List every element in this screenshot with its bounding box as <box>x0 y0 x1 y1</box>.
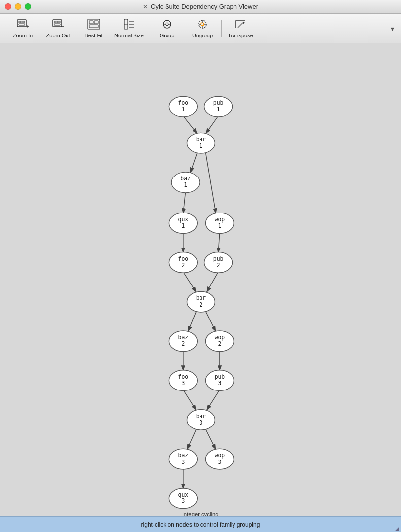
svg-text:2: 2 <box>218 340 222 347</box>
svg-text:qux: qux <box>178 491 189 498</box>
best-fit-button[interactable]: Best Fit <box>76 15 111 42</box>
svg-text:1: 1 <box>184 181 187 188</box>
svg-text:pub: pub <box>213 255 224 262</box>
best-fit-icon <box>87 19 100 32</box>
svg-line-46 <box>183 390 197 411</box>
transpose-button[interactable]: Transpose <box>223 15 258 42</box>
svg-text:1: 1 <box>200 142 203 149</box>
window-controls[interactable] <box>5 3 31 10</box>
svg-line-37 <box>183 192 186 214</box>
svg-text:baz: baz <box>180 175 191 182</box>
svg-line-39 <box>218 233 220 253</box>
svg-text:3: 3 <box>218 459 222 465</box>
title-bar: ✕ Cylc Suite Dependency Graph Viewer <box>0 0 401 14</box>
svg-line-35 <box>190 152 197 173</box>
svg-text:wop: wop <box>215 452 225 459</box>
svg-line-43 <box>205 311 216 332</box>
close-button[interactable] <box>5 3 11 10</box>
graph-label: integer-cycling <box>182 511 218 516</box>
svg-text:baz: baz <box>178 334 189 341</box>
maximize-button[interactable] <box>25 3 31 10</box>
svg-text:pub: pub <box>215 373 225 380</box>
svg-text:2: 2 <box>181 262 185 269</box>
svg-text:qux: qux <box>178 216 189 223</box>
svg-text:foo: foo <box>178 373 189 380</box>
svg-point-20 <box>166 23 168 26</box>
svg-line-48 <box>187 429 196 450</box>
svg-rect-7 <box>57 21 60 23</box>
best-fit-label: Best Fit <box>84 33 102 38</box>
svg-text:2: 2 <box>200 301 203 308</box>
svg-text:1: 1 <box>217 106 220 113</box>
svg-text:3: 3 <box>181 497 185 504</box>
ungroup-button[interactable]: Ungroup <box>185 15 220 42</box>
svg-rect-12 <box>94 21 98 24</box>
zoom-in-icon: + <box>16 19 29 32</box>
svg-rect-13 <box>89 25 98 28</box>
svg-text:foo: foo <box>178 255 189 262</box>
svg-line-47 <box>206 390 220 411</box>
svg-line-36 <box>205 152 216 213</box>
minimize-button[interactable] <box>15 3 21 10</box>
svg-rect-2 <box>22 21 25 23</box>
svg-text:bar: bar <box>196 136 206 142</box>
group-label: Group <box>160 33 175 38</box>
resize-handle[interactable]: ◢ <box>395 526 399 531</box>
svg-text:3: 3 <box>181 459 185 465</box>
status-text: right-click on nodes to control family g… <box>6 521 395 528</box>
graph-canvas[interactable]: foo 1 pub 1 bar 1 baz 1 qux 1 wop 1 foo … <box>0 43 401 516</box>
svg-line-49 <box>205 429 216 450</box>
zoom-out-icon: − <box>52 19 65 32</box>
zoom-in-button[interactable]: + Zoom In <box>5 15 40 42</box>
normal-size-button[interactable]: Normal Size <box>111 15 147 42</box>
svg-text:3: 3 <box>200 419 203 426</box>
svg-text:1: 1 <box>181 222 185 229</box>
toolbar: + Zoom In − Zoom Out Best Fit <box>0 14 401 43</box>
svg-line-34 <box>205 116 218 134</box>
svg-text:1: 1 <box>218 222 222 229</box>
toolbar-separator-2 <box>221 20 222 37</box>
window-title: Cylc Suite Dependency Graph Viewer <box>151 3 258 10</box>
svg-rect-0 <box>17 20 26 27</box>
svg-text:baz: baz <box>178 452 189 459</box>
svg-rect-6 <box>54 21 56 23</box>
zoom-in-label: Zoom In <box>13 33 33 38</box>
group-icon <box>161 19 173 32</box>
transpose-icon <box>234 19 247 32</box>
normal-size-label: Normal Size <box>114 33 144 38</box>
transpose-label: Transpose <box>228 33 253 38</box>
svg-line-41 <box>206 272 218 292</box>
svg-text:wop: wop <box>215 334 225 341</box>
svg-text:bar: bar <box>196 413 206 420</box>
svg-rect-11 <box>89 21 93 24</box>
svg-line-33 <box>183 116 197 134</box>
svg-line-42 <box>188 311 196 332</box>
svg-text:2: 2 <box>217 262 220 269</box>
svg-text:3: 3 <box>218 380 222 387</box>
toolbar-overflow[interactable]: ▾ <box>389 23 396 35</box>
svg-rect-3 <box>19 24 25 25</box>
svg-line-40 <box>183 272 197 292</box>
normal-size-icon <box>123 19 135 32</box>
svg-text:pub: pub <box>213 99 224 106</box>
svg-rect-5 <box>53 20 62 27</box>
svg-text:+: + <box>26 24 29 29</box>
svg-text:2: 2 <box>181 340 185 347</box>
svg-text:foo: foo <box>178 99 189 106</box>
dependency-graph: foo 1 pub 1 bar 1 baz 1 qux 1 wop 1 foo … <box>0 43 401 516</box>
svg-text:wop: wop <box>215 216 225 223</box>
svg-rect-1 <box>19 21 21 23</box>
status-bar: right-click on nodes to control family g… <box>0 516 401 532</box>
svg-text:bar: bar <box>196 294 206 301</box>
ungroup-icon <box>196 19 209 32</box>
svg-point-26 <box>201 23 204 26</box>
svg-text:1: 1 <box>181 106 185 113</box>
svg-marker-31 <box>243 21 245 24</box>
svg-text:−: − <box>61 23 64 29</box>
group-button[interactable]: Group <box>149 15 185 42</box>
ungroup-label: Ungroup <box>192 33 213 38</box>
toolbar-separator-1 <box>148 20 148 37</box>
app-icon: ✕ <box>143 3 148 10</box>
svg-rect-8 <box>54 24 60 25</box>
zoom-out-button[interactable]: − Zoom Out <box>40 15 76 42</box>
